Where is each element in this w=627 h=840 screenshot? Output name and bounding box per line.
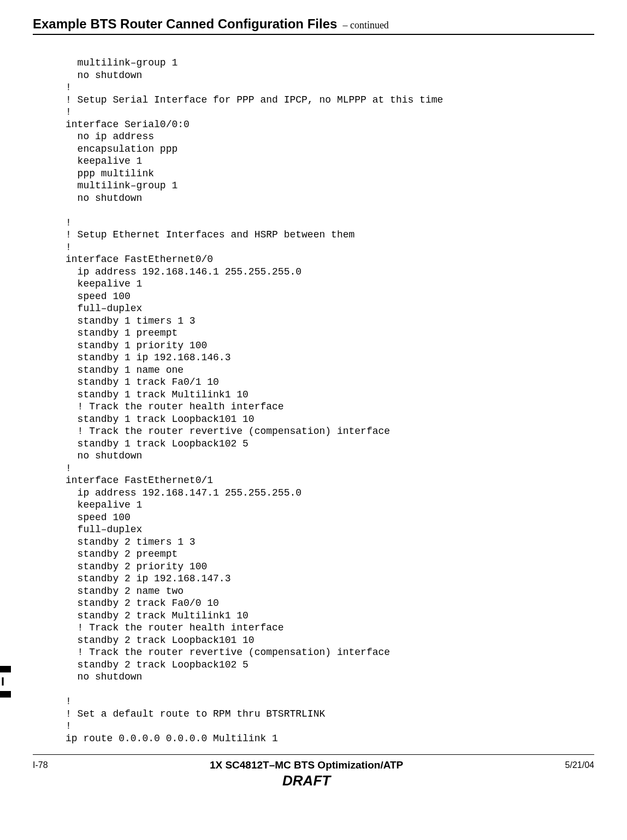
page-footer: I-78 1X SC4812T–MC BTS Optimization/ATP …: [33, 759, 594, 789]
config-code-block: multilink–group 1 no shutdown ! ! Setup …: [66, 57, 594, 744]
header-continued: – continued: [342, 20, 388, 31]
footer-date: 5/21/04: [565, 759, 594, 770]
footer-page-number: I-78: [33, 759, 48, 770]
footer-center: 1X SC4812T–MC BTS Optimization/ATP DRAFT: [48, 759, 565, 789]
margin-bar-bottom: [0, 691, 11, 698]
footer-draft-label: DRAFT: [48, 772, 565, 789]
margin-appendix-mark: I: [0, 666, 13, 698]
footer-doc-title: 1X SC4812T–MC BTS Optimization/ATP: [48, 759, 565, 771]
page-header: Example BTS Router Canned Configuration …: [33, 16, 594, 35]
margin-bar-top: [0, 666, 11, 672]
footer-rule: [33, 754, 594, 755]
header-title: Example BTS Router Canned Configuration …: [33, 16, 337, 32]
margin-appendix-letter: I: [1, 676, 4, 688]
page: Example BTS Router Canned Configuration …: [0, 0, 627, 840]
